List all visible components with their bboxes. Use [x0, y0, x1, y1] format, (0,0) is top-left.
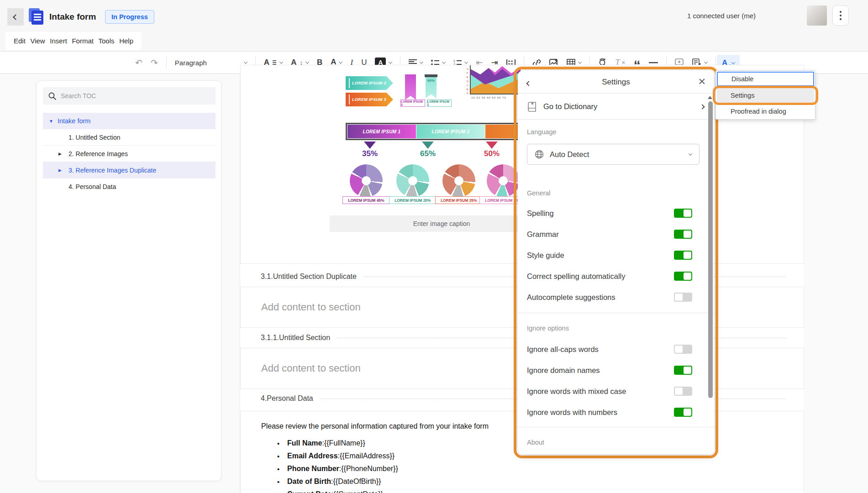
- language-select[interactable]: Auto Detect: [527, 144, 700, 165]
- menu-format[interactable]: Format: [72, 37, 94, 45]
- setting-row-autocomplete: Autocomplete suggestions: [527, 292, 700, 303]
- chevron-down-icon: [578, 60, 581, 63]
- go-to-dictionary-row[interactable]: Go to Dictionary: [518, 94, 714, 120]
- toc-item-untitled-section[interactable]: 1. Untitled Section: [43, 129, 216, 146]
- setting-row-style-guide: Style guide: [527, 250, 700, 261]
- toc-item-reference-images-duplicate[interactable]: ▶ 3. Reference Images Duplicate: [43, 162, 216, 178]
- back-button[interactable]: [7, 8, 24, 26]
- status-badge[interactable]: In Progress: [105, 10, 154, 24]
- scrollbar-up-arrow[interactable]: [708, 96, 712, 99]
- list-item: •Current Date{{CurrentDate}}: [277, 488, 398, 493]
- spelling-toggle[interactable]: [674, 209, 692, 218]
- chevron-down-icon: [464, 60, 468, 63]
- scrollbar-thumb[interactable]: [708, 101, 713, 398]
- infographic-percent: 50%: [476, 149, 508, 158]
- ignore-numbers-toggle[interactable]: [674, 408, 692, 417]
- menu-item-settings[interactable]: Settings: [717, 88, 814, 103]
- connected-users-label: 1 connected user (me): [687, 12, 756, 20]
- chevron-down-icon: [731, 60, 735, 64]
- menu-edit[interactable]: Edit: [14, 37, 26, 45]
- svg-text:B: B: [467, 88, 468, 91]
- menu-item-proofread[interactable]: Proofread in dialog: [717, 104, 814, 119]
- chevron-down-icon: [689, 152, 692, 155]
- undo-button[interactable]: ↶: [135, 58, 142, 67]
- infographic-pointer: [422, 142, 434, 149]
- list-item: •Date of Birth{{DateOfBirth}}: [277, 475, 398, 488]
- paragraph-style-dropdown[interactable]: Paragraph: [175, 59, 247, 67]
- setting-row-ignore-numbers: Ignore words with numbers: [527, 407, 700, 418]
- chevron-right-icon: [700, 104, 705, 109]
- menu-insert[interactable]: Insert: [50, 37, 67, 45]
- infographic-ribbon-magenta: [405, 74, 416, 100]
- list-item: •Full Name{{FullName}}: [277, 437, 398, 450]
- infographic-tag: LOREM IPSUM 1: [427, 100, 452, 107]
- infographic-area-chart: 10 20 30 40 50 60 70 GFEDCBA: [467, 65, 524, 101]
- infographic-donut: [487, 164, 520, 197]
- toc-root-item[interactable]: ▼ Intake form: [43, 113, 216, 129]
- setting-row-spelling: Spelling: [527, 208, 700, 219]
- infographic-donut-label: LOREM IPSUM 25%: [435, 196, 483, 204]
- ignore-options-label: Ignore options: [527, 325, 569, 332]
- toc-sidebar: ▼ Intake form 1. Untitled Section ▶ 2. R…: [36, 80, 221, 481]
- personal-data-list: •Full Name{{FullName}} •Email Address{{E…: [277, 437, 398, 493]
- avatar[interactable]: [807, 5, 827, 26]
- document-icon: [27, 7, 45, 26]
- divider: [518, 427, 714, 427]
- autocorrect-toggle[interactable]: [674, 272, 692, 281]
- more-options-button[interactable]: [832, 5, 849, 26]
- ignore-mixedcase-toggle[interactable]: [674, 387, 692, 396]
- settings-panel-header: Settings ✕: [518, 71, 714, 94]
- chevron-down-icon: [339, 60, 342, 63]
- infographic-donut: [396, 164, 429, 197]
- redo-button[interactable]: ↷: [151, 58, 158, 67]
- svg-text:F: F: [467, 72, 468, 74]
- infographic-banner-orange: LOREM IPSUM 3: [346, 93, 393, 106]
- language-label: Language: [527, 128, 557, 136]
- toc-search-input[interactable]: [61, 92, 198, 100]
- style-guide-toggle[interactable]: [674, 251, 692, 260]
- setting-row-ignore-allcaps: Ignore all-caps words: [527, 344, 700, 355]
- spellcheck-dropdown-menu: Disable Settings Proofread in dialog: [715, 70, 815, 120]
- chevron-down-icon: [389, 60, 392, 63]
- menu-tools[interactable]: Tools: [99, 37, 115, 45]
- settings-panel: Settings ✕ Go to Dictionary Language Aut…: [518, 71, 714, 454]
- infographic-ribbon-teal: 60%: [426, 74, 437, 98]
- divider: [518, 313, 714, 313]
- chevron-down-icon: [279, 60, 283, 63]
- autocomplete-toggle[interactable]: [674, 293, 692, 302]
- chevron-down-icon: [244, 60, 247, 63]
- infographic-donut-label: LOREM IPSUM 20%: [389, 196, 437, 204]
- workspace: ▼ Intake form 1. Untitled Section ▶ 2. R…: [0, 74, 868, 493]
- setting-row-grammar: Grammar: [527, 229, 700, 240]
- settings-title: Settings: [602, 78, 630, 87]
- general-label: General: [527, 189, 551, 197]
- grammar-toggle[interactable]: [674, 230, 692, 239]
- list-item: •Email Address{{EmailAddress}}: [277, 450, 398, 462]
- toc-search[interactable]: [43, 87, 216, 105]
- about-label: About: [527, 439, 544, 446]
- svg-text:E: E: [467, 76, 468, 79]
- setting-row-autocorrect: Correct spelling automatically: [527, 271, 700, 282]
- setting-row-ignore-domains: Ignore domain names: [527, 365, 700, 376]
- infographic-donut-label: LOREM IPSUM 45%: [342, 196, 390, 204]
- chevron-down-icon: [420, 60, 423, 63]
- ignore-allcaps-toggle[interactable]: [674, 345, 692, 354]
- svg-text:C: C: [467, 84, 468, 87]
- infographic-donut: [442, 164, 475, 197]
- menu-item-disable[interactable]: Disable: [717, 72, 814, 86]
- horizontal-rule-button[interactable]: [649, 62, 658, 63]
- close-icon[interactable]: ✕: [698, 76, 706, 87]
- toc-item-reference-images[interactable]: ▶ 2. Reference Images: [43, 146, 216, 162]
- infographic-pointer: [486, 142, 498, 149]
- ignore-domains-toggle[interactable]: [674, 366, 692, 375]
- svg-text:A: A: [467, 92, 468, 94]
- search-icon: [48, 92, 56, 100]
- menu-view[interactable]: View: [30, 37, 45, 45]
- menu-help[interactable]: Help: [119, 37, 133, 45]
- app-header: Intake form In Progress 1 connected user…: [0, 0, 868, 32]
- toc-tree: ▼ Intake form 1. Untitled Section ▶ 2. R…: [43, 113, 216, 195]
- back-chevron-button[interactable]: [527, 79, 531, 87]
- triangle-down-icon: ▼: [49, 119, 53, 124]
- svg-text:G: G: [467, 68, 468, 70]
- toc-item-personal-data[interactable]: 4. Personal Data: [43, 178, 216, 195]
